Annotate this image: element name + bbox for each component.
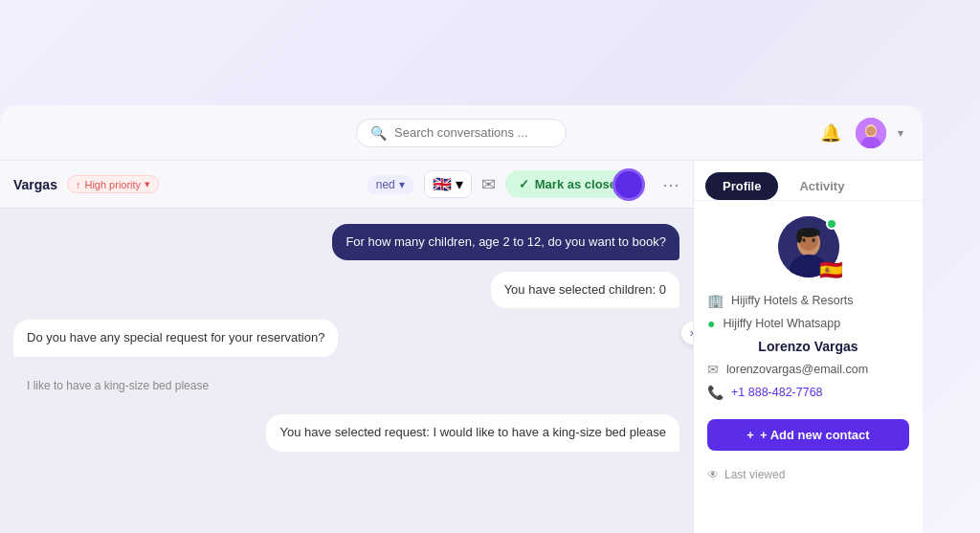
chat-header-left: Vargas ↑ High priority ▾ <box>13 175 159 193</box>
chat-header-actions: ned ▾ 🇬🇧 ▾ ✉ ✓ Mark as closed ⋯ <box>367 170 679 198</box>
contact-name: Vargas <box>13 177 57 192</box>
last-viewed-row: 👁 Last viewed <box>707 468 909 481</box>
add-contact-plus-icon: + <box>746 428 754 442</box>
svg-point-3 <box>866 126 876 136</box>
search-icon: 🔍 <box>370 125 387 141</box>
assigned-chevron: ▾ <box>399 178 405 191</box>
whatsapp-icon: ● <box>707 316 715 331</box>
company-row: 🏢 Hijiffy Hotels & Resorts <box>707 293 909 308</box>
email-info-icon: ✉ <box>707 362 719 377</box>
message-bubble: You have selected children: 0 <box>491 272 679 308</box>
assigned-badge[interactable]: ned ▾ <box>367 175 414 194</box>
mark-as-closed-button[interactable]: ✓ Mark as closed <box>505 170 637 198</box>
message-text: I like to have a king-size bed please <box>27 379 209 392</box>
chat-header: Vargas ↑ High priority ▾ ned ▾ 🇬🇧 ▾ <box>0 161 693 209</box>
profile-content: 🇪🇸 🏢 Hijiffy Hotels & Resorts ● Hijiffy … <box>694 201 923 533</box>
add-new-contact-button[interactable]: + + Add new contact <box>707 419 909 451</box>
user-menu-chevron[interactable]: ▾ <box>898 126 903 140</box>
message-text: For how many children, age 2 to 12, do y… <box>345 234 666 249</box>
email-row: ✉ lorenzovargas@email.com <box>707 362 909 377</box>
channel-row: ● Hijiffy Hotel Whatsapp <box>707 316 909 331</box>
right-panel: Profile Activity <box>693 161 923 533</box>
email-value: lorenzovargas@email.com <box>726 363 868 376</box>
tab-activity[interactable]: Activity <box>782 172 861 200</box>
building-icon: 🏢 <box>707 293 724 308</box>
top-bar-right: 🔔 ▾ <box>817 118 903 148</box>
svg-point-11 <box>796 232 802 243</box>
user-avatar[interactable] <box>856 118 886 148</box>
assigned-label: ned <box>376 178 395 191</box>
bell-icon[interactable]: 🔔 <box>817 120 844 146</box>
message-text: You have selected request: I would like … <box>279 425 666 439</box>
flag-chevron: ▾ <box>456 175 463 193</box>
phone-row: 📞 +1 888-482-7768 <box>707 385 909 400</box>
top-bar: 🔍 🔔 ▾ <box>0 105 923 161</box>
profile-info: 🏢 Hijiffy Hotels & Resorts ● Hijiffy Hot… <box>707 293 909 481</box>
flag-icon: 🇬🇧 <box>433 175 452 193</box>
add-contact-label: + Add new contact <box>760 428 870 442</box>
mark-closed-label: Mark as closed <box>535 177 624 191</box>
tab-profile[interactable]: Profile <box>705 172 778 200</box>
check-icon: ✓ <box>519 177 529 191</box>
channel-name: Hijiffy Hotel Whatsapp <box>723 317 840 330</box>
online-status-dot <box>826 218 837 230</box>
flag-button[interactable]: 🇬🇧 ▾ <box>424 170 472 198</box>
message-bubble: For how many children, age 2 to 12, do y… <box>332 224 679 260</box>
eye-icon: 👁 <box>707 468 719 481</box>
more-options-button[interactable]: ⋯ <box>662 174 679 195</box>
profile-name: Lorenzo Vargas <box>707 339 909 354</box>
company-name: Hijiffy Hotels & Resorts <box>731 294 854 307</box>
last-viewed-label: Last viewed <box>724 468 785 481</box>
email-icon[interactable]: ✉ <box>481 174 496 195</box>
priority-badge[interactable]: ↑ High priority ▾ <box>67 175 159 193</box>
messages-area: For how many children, age 2 to 12, do y… <box>0 209 693 533</box>
mark-closed-circle <box>612 168 645 201</box>
svg-point-8 <box>802 238 805 242</box>
content-area: Vargas ↑ High priority ▾ ned ▾ 🇬🇧 ▾ <box>0 161 923 533</box>
arrows-icon: » <box>690 326 693 340</box>
chat-area: Vargas ↑ High priority ▾ ned ▾ 🇬🇧 ▾ <box>0 161 693 533</box>
main-panel: 🔍 🔔 ▾ Vargas <box>0 105 923 533</box>
priority-arrow-up: ↑ <box>76 179 81 190</box>
message-bubble: Do you have any special request for your… <box>13 320 338 356</box>
priority-chevron: ▾ <box>145 178 150 190</box>
priority-label: High priority <box>84 179 141 190</box>
phone-link[interactable]: +1 888-482-7768 <box>731 386 823 399</box>
message-bubble: You have selected request: I would like … <box>266 414 679 451</box>
search-input[interactable] <box>394 125 538 140</box>
panel-tabs: Profile Activity <box>694 161 923 201</box>
country-flag: 🇪🇸 <box>819 260 843 279</box>
search-bar[interactable]: 🔍 <box>356 119 567 147</box>
svg-point-9 <box>812 238 814 242</box>
profile-avatar-wrap: 🇪🇸 <box>778 216 839 278</box>
message-text: Do you have any special request for your… <box>27 330 324 344</box>
message-text: You have selected children: 0 <box>504 282 666 297</box>
phone-icon: 📞 <box>707 385 724 400</box>
message-bubble: I like to have a king-size bed please <box>13 368 222 404</box>
